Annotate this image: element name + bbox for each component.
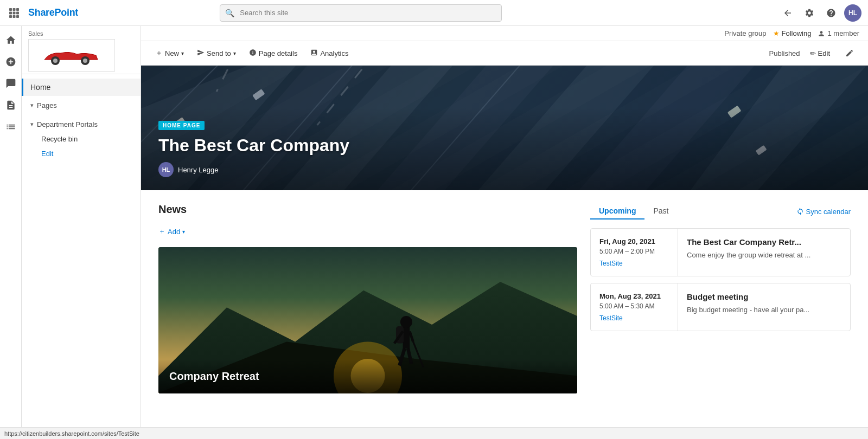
analytics-icon [310,49,318,58]
left-rail [0,26,22,439]
svg-rect-35 [403,325,410,348]
edit-icon-button[interactable] [840,46,859,60]
event-2-site[interactable]: TestSite [599,314,669,322]
svg-rect-0 [9,8,12,11]
member-text: 1 member [827,29,859,37]
svg-point-12 [83,59,87,63]
sidebar-section-pages-header[interactable]: ▾ Pages [28,98,134,113]
topbar: SharePoint 🔍 HL [0,0,868,26]
following-label[interactable]: ★ Following [773,29,812,37]
events-header: Upcoming Past Sync calendar [590,203,851,220]
search-icon: 🔍 [225,9,234,17]
rail-pages-icon[interactable] [1,95,21,115]
event-1-date: Fri, Aug 20, 2021 [599,237,669,246]
top-icons: HL [779,4,861,22]
upcoming-tab[interactable]: Upcoming [590,203,644,220]
sidebar-edit-link[interactable]: Edit [28,146,134,161]
hero-banner: HOME PAGE The Best Car Company HL Henry … [141,66,868,190]
main-content: Private group ★ Following 1 member ＋ New… [141,26,868,439]
analytics-label: Analytics [320,49,348,57]
hero-overlay: HOME PAGE The Best Car Company HL Henry … [141,107,868,190]
search-input[interactable] [220,4,502,22]
author-name: Henry Legge [178,166,218,174]
send-to-label: Send to [207,49,231,57]
settings-icon[interactable] [801,4,818,22]
events-tabs: Upcoming Past [590,203,677,220]
event-1-detail: The Best Car Company Retr... Come enjoy … [678,229,819,276]
search-bar: 🔍 [220,4,502,22]
sync-calendar-button[interactable]: Sync calendar [796,208,851,216]
sidebar-section-dept-header[interactable]: ▾ Department Portals [28,117,134,132]
send-icon [197,49,205,58]
site-label: Sales [28,30,134,37]
event-2-date: Mon, Aug 23, 2021 [599,292,669,300]
new-button[interactable]: ＋ New ▾ [150,46,189,61]
app-launcher-button[interactable] [7,5,22,21]
edit-button[interactable]: ✏ Edit [805,47,835,60]
news-add-button[interactable]: ＋ Add ▾ [158,224,185,238]
event-2-desc: Big budget meeting - have all your pa... [687,306,809,314]
sidebar-section-pages: ▾ Pages [22,96,141,115]
news-add-chevron-icon: ▾ [182,229,185,235]
news-card-overlay: Company Retreat [158,359,577,393]
rail-list-icon[interactable] [1,117,21,137]
meta-bar: Private group ★ Following 1 member [141,26,868,41]
back-icon[interactable] [779,4,796,22]
event-card-2[interactable]: Mon, Aug 23, 2021 5:00 AM – 5:30 AM Test… [590,283,851,331]
user-avatar[interactable]: HL [844,4,861,22]
star-icon: ★ [773,29,780,37]
edit-pencil-icon: ✏ [810,49,816,57]
pages-chevron-icon: ▾ [30,102,34,109]
svg-rect-5 [16,11,19,14]
past-tab[interactable]: Past [644,203,677,220]
event-1-time: 5:00 AM – 2:00 PM [599,248,669,255]
svg-point-10 [53,59,58,63]
sidebar-item-recycle[interactable]: Recycle bin [28,132,134,146]
sidebar-item-home[interactable]: Home [22,79,141,96]
dept-portals-label: Department Portals [37,120,98,128]
info-icon [249,49,257,58]
event-card-1[interactable]: Fri, Aug 20, 2021 5:00 AM – 2:00 PM Test… [590,228,851,276]
event-2-detail: Budget meeting Big budget meeting - have… [678,283,818,331]
send-chevron-icon: ▾ [233,50,236,56]
send-to-button[interactable]: Send to ▾ [192,46,241,61]
new-label: New [165,49,179,57]
published-badge: Published [769,49,800,57]
private-group-label: Private group [724,29,766,37]
svg-rect-2 [16,8,19,11]
rail-home-icon[interactable] [1,30,21,50]
dept-chevron-icon: ▾ [30,121,34,128]
event-1-site[interactable]: TestSite [599,260,669,267]
sharepoint-title: SharePoint [28,7,78,18]
rail-plus-icon[interactable] [1,52,21,72]
command-bar-right: Published ✏ Edit [769,46,859,60]
news-section: News ＋ Add ▾ [158,203,590,393]
layout: Sales Home ▾ Pages [0,26,868,439]
hero-title: The Best Car Company [158,135,851,156]
edit-label: Edit [818,49,830,57]
page-details-button[interactable]: Page details [244,46,303,61]
events-section: Upcoming Past Sync calendar Fri, Aug 20,… [590,203,851,393]
help-icon[interactable] [822,4,840,22]
sidebar-section-dept: ▾ Department Portals Recycle bin Edit [22,115,141,163]
svg-rect-6 [9,15,12,18]
status-url: https://citizenbuilders.sharepoint.com/s… [4,430,139,437]
new-plus-icon: ＋ [155,48,163,58]
news-title: News [158,203,577,216]
news-add-label: Add [168,228,180,236]
event-2-date-block: Mon, Aug 23, 2021 5:00 AM – 5:30 AM Test… [591,283,678,331]
news-card-title: Company Retreat [169,370,566,383]
news-card[interactable]: Company Retreat [158,247,577,393]
sync-label: Sync calendar [806,208,851,216]
analytics-button[interactable]: Analytics [305,46,354,61]
event-1-title: The Best Car Company Retr... [687,237,810,247]
news-toolbar: ＋ Add ▾ [158,224,577,238]
status-bar: https://citizenbuilders.sharepoint.com/s… [0,427,868,439]
news-add-icon: ＋ [158,227,165,236]
rail-chat-icon[interactable] [1,74,21,93]
event-2-title: Budget meeting [687,292,809,301]
page-details-label: Page details [259,49,298,57]
pages-label: Pages [37,101,57,109]
sidebar: Sales Home ▾ Pages [22,26,141,439]
member-count: 1 member [818,29,859,37]
